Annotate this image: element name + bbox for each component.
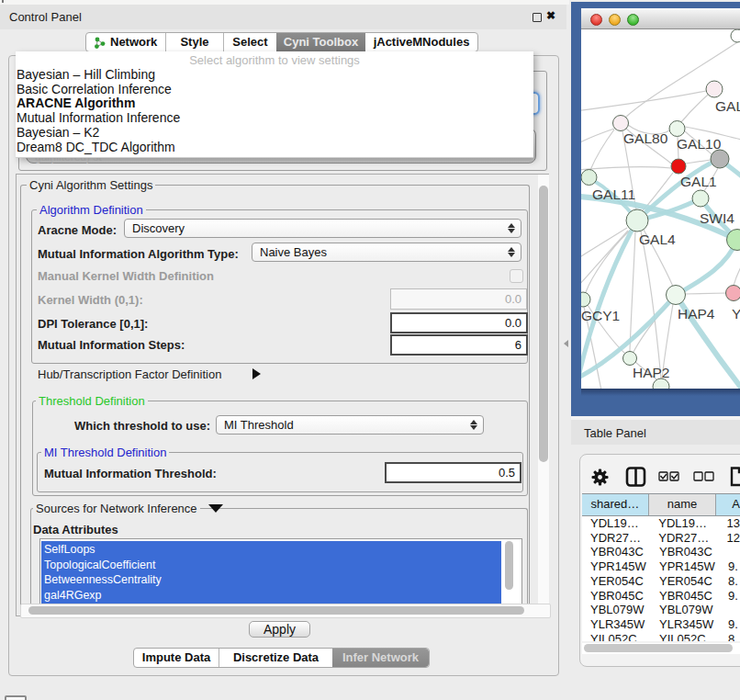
svg-text:GCY1: GCY1 (581, 308, 620, 323)
svg-text:SWI4: SWI4 (700, 210, 734, 226)
svg-text:GAL4: GAL4 (639, 231, 676, 247)
svg-text:GAL11: GAL11 (592, 186, 635, 202)
svg-text:GAL10: GAL10 (677, 136, 722, 152)
svg-text:GAL1: GAL1 (680, 174, 717, 189)
svg-text:GAL80: GAL80 (623, 130, 668, 146)
svg-text:Y: Y (732, 306, 740, 322)
svg-text:HAP4: HAP4 (678, 306, 715, 322)
svg-text:GAL2: GAL2 (715, 98, 740, 114)
svg-text:HAP2: HAP2 (633, 365, 670, 380)
